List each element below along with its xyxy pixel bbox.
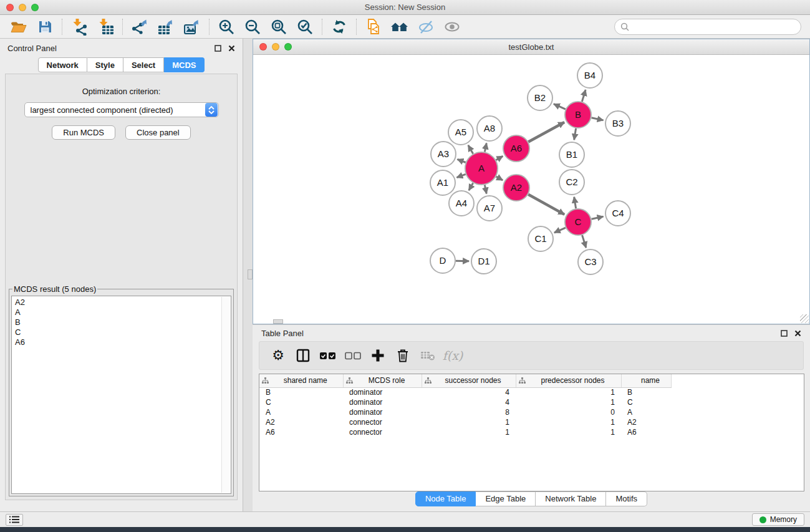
- graph-edge-A-A5[interactable]: [468, 145, 473, 154]
- table-cell[interactable]: 1: [422, 417, 516, 427]
- graph-edge-A-A6[interactable]: [496, 156, 503, 160]
- close-panel-icon[interactable]: [228, 45, 235, 52]
- table-cell[interactable]: 4: [422, 397, 516, 407]
- home-views-button[interactable]: [387, 17, 412, 37]
- graph-edge-A-A3[interactable]: [457, 159, 465, 162]
- mcds-result-list[interactable]: A2ABCA6: [11, 296, 231, 494]
- open-session-button[interactable]: [6, 17, 31, 37]
- graph-edge-A-A1[interactable]: [457, 174, 466, 177]
- table-row[interactable]: Cdominator41C: [259, 397, 671, 407]
- zoom-fit-button[interactable]: [266, 17, 291, 37]
- zoom-selected-button[interactable]: [292, 17, 317, 37]
- table-cell[interactable]: 4: [422, 387, 516, 397]
- tab-edge-table[interactable]: Edge Table: [476, 491, 536, 506]
- graph-edge-B-B1[interactable]: [574, 128, 576, 140]
- show-all-columns-button[interactable]: [316, 344, 340, 367]
- node-table-container[interactable]: shared nameMCDS rolesuccessor nodesprede…: [259, 374, 804, 491]
- task-history-button[interactable]: [6, 514, 23, 526]
- graph-edge-C-C3[interactable]: [582, 235, 586, 248]
- export-network-button[interactable]: [127, 17, 152, 37]
- table-cell[interactable]: dominator: [343, 397, 422, 407]
- table-cell[interactable]: 1: [516, 387, 621, 397]
- table-cell[interactable]: A6: [259, 427, 343, 437]
- network-zoom-button[interactable]: [284, 43, 292, 51]
- graph-edge-A6-B[interactable]: [528, 122, 564, 142]
- table-settings-button[interactable]: ⚙: [266, 344, 291, 367]
- refresh-network-button[interactable]: [327, 17, 352, 37]
- column-header-predecessor-nodes[interactable]: predecessor nodes: [516, 374, 621, 387]
- table-cell[interactable]: 1: [516, 417, 621, 427]
- table-row[interactable]: A6connector11A6: [259, 427, 671, 437]
- graph-edge-A2-C[interactable]: [528, 195, 564, 215]
- table-cell[interactable]: 1: [516, 427, 621, 437]
- graph-edge-B-B3[interactable]: [591, 118, 603, 120]
- graph-edge-A-A4[interactable]: [469, 183, 473, 190]
- hide-all-columns-button[interactable]: [340, 344, 365, 367]
- tab-network[interactable]: Network: [38, 57, 87, 72]
- add-column-button[interactable]: [365, 344, 390, 367]
- tab-motifs[interactable]: Motifs: [606, 491, 647, 506]
- minimize-window-button[interactable]: [19, 4, 26, 11]
- table-cell[interactable]: C: [621, 397, 671, 407]
- tab-network-table[interactable]: Network Table: [536, 491, 606, 506]
- table-cell[interactable]: connector: [343, 417, 422, 427]
- network-graph[interactable]: B4B2BB3B1A5A8A6A3AA1A2A4A7C2C4CC1C3DD1: [253, 56, 809, 324]
- network-window-titlebar[interactable]: testGlobe.txt: [253, 39, 809, 55]
- table-cell[interactable]: C: [259, 397, 343, 407]
- show-annotations-button[interactable]: [440, 17, 465, 37]
- hide-annotations-button[interactable]: [413, 17, 438, 37]
- zoom-in-button[interactable]: [214, 17, 239, 37]
- column-header-name[interactable]: name: [621, 374, 671, 387]
- graph-edge-A-A2[interactable]: [496, 177, 503, 180]
- table-cell[interactable]: connector: [343, 427, 422, 437]
- table-cell[interactable]: 1: [422, 427, 516, 437]
- network-minimize-button[interactable]: [272, 43, 279, 51]
- memory-button[interactable]: Memory: [752, 513, 804, 526]
- export-table-button[interactable]: [153, 17, 178, 37]
- table-row[interactable]: Adominator80A: [259, 407, 671, 417]
- duplicate-network-button[interactable]: [361, 17, 386, 37]
- float-panel-icon[interactable]: [215, 45, 221, 52]
- graph-edge-A-A7[interactable]: [485, 185, 486, 193]
- table-cell[interactable]: dominator: [343, 407, 422, 417]
- zoom-window-button[interactable]: [31, 4, 39, 11]
- run-mcds-button[interactable]: Run MCDS: [52, 125, 115, 140]
- table-cell[interactable]: 8: [422, 407, 516, 417]
- table-cell[interactable]: B: [621, 387, 671, 397]
- tab-node-table[interactable]: Node Table: [415, 491, 476, 506]
- table-row[interactable]: Bdominator41B: [259, 387, 671, 397]
- export-image-button[interactable]: [180, 17, 205, 37]
- table-cell[interactable]: dominator: [343, 387, 422, 397]
- graph-edge-B-B4[interactable]: [582, 90, 586, 102]
- tab-style[interactable]: Style: [87, 57, 123, 72]
- graph-edge-A-A8[interactable]: [485, 143, 486, 152]
- graph-edge-C-C1[interactable]: [554, 228, 566, 233]
- import-table-button[interactable]: [93, 17, 118, 37]
- column-header-MCDS-role[interactable]: MCDS role: [343, 374, 422, 387]
- table-cell[interactable]: A2: [621, 417, 671, 427]
- table-cell[interactable]: 1: [516, 397, 621, 407]
- table-cell[interactable]: A: [621, 407, 671, 417]
- resize-grip-icon[interactable]: [800, 314, 809, 323]
- table-cell[interactable]: A2: [259, 417, 343, 427]
- graph-edge-C-C4[interactable]: [591, 216, 603, 219]
- zoom-out-button[interactable]: [240, 17, 265, 37]
- close-panel-button[interactable]: Close panel: [125, 125, 191, 140]
- import-network-button[interactable]: [67, 17, 92, 37]
- split-columns-button[interactable]: [291, 344, 316, 367]
- result-list-scrollbar[interactable]: [221, 297, 230, 493]
- tab-mcds[interactable]: MCDS: [164, 57, 205, 72]
- delete-column-button[interactable]: [390, 344, 415, 367]
- search-input[interactable]: [632, 21, 795, 32]
- network-close-button[interactable]: [259, 43, 267, 51]
- tab-select[interactable]: Select: [123, 57, 164, 72]
- column-header-successor-nodes[interactable]: successor nodes: [422, 374, 516, 387]
- close-window-button[interactable]: [6, 4, 14, 11]
- column-header-shared-name[interactable]: shared name: [259, 374, 343, 387]
- table-cell[interactable]: 0: [516, 407, 621, 417]
- close-panel-icon[interactable]: [794, 330, 801, 337]
- save-session-button[interactable]: [32, 17, 57, 37]
- table-cell[interactable]: A6: [621, 427, 671, 437]
- graph-edge-C-C2[interactable]: [574, 197, 576, 209]
- table-cell[interactable]: B: [259, 387, 343, 397]
